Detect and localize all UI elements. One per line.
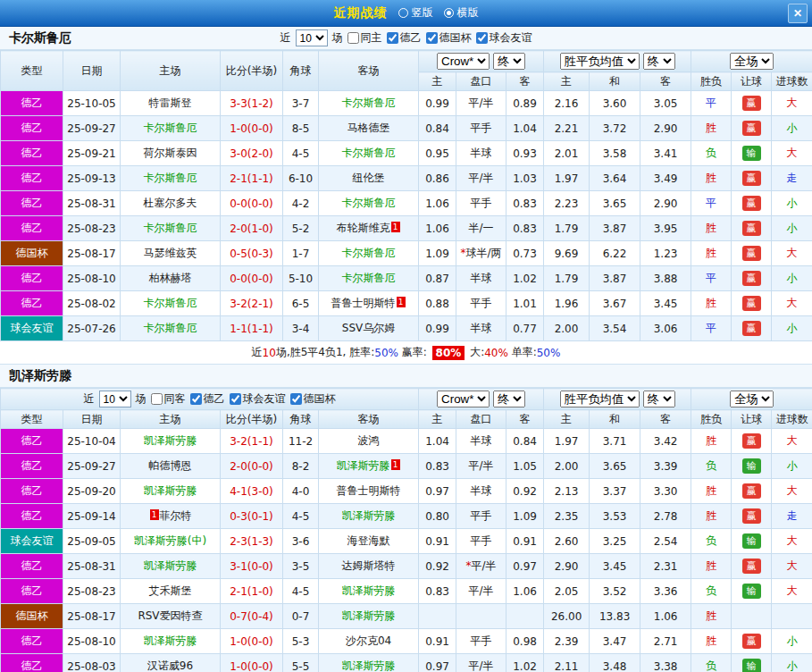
team-name: 特雷斯登: [149, 97, 192, 109]
goals-cell: 大: [772, 529, 812, 554]
date-cell: 25-07-26: [63, 316, 121, 341]
away-odds-cell: 0.73: [506, 241, 544, 266]
draw-odds-cell: 3.37: [590, 479, 640, 504]
bookmaker-select[interactable]: Crow*: [437, 391, 490, 407]
bookmaker-select[interactable]: Crow*: [437, 53, 490, 70]
checkbox-input[interactable]: [190, 393, 202, 405]
result-cell: 胜: [691, 241, 732, 266]
checkbox-label: 德乙: [400, 30, 422, 46]
filter-checkbox[interactable]: 球会友谊: [230, 391, 286, 407]
red-card-badge: 1: [397, 297, 406, 307]
handicap-line-cell: 平手: [456, 504, 506, 529]
avg-select[interactable]: 胜平负均值: [560, 53, 640, 70]
match-row: 球会友谊25-09-05凯泽斯劳滕(中)2-3(1-3)3-6海登海默0.91平…: [1, 529, 812, 554]
team-name: 艾禾斯堡: [149, 584, 192, 597]
checkbox-label: 德乙: [204, 391, 225, 407]
handicap-result-cell: 赢: [732, 504, 772, 529]
home-odds-cell: 0.84: [419, 116, 456, 141]
layout-radio-horizontal[interactable]: 横版: [444, 5, 479, 21]
home-odds-cell: 1.06: [419, 216, 456, 241]
checkbox-input[interactable]: [347, 32, 359, 44]
filter-checkbox[interactable]: 德乙: [387, 30, 422, 46]
handicap-result-badge: 赢: [742, 271, 761, 286]
home-team-cell: RSV爱因特查: [121, 604, 221, 629]
draw-odds-cell: 6.22: [590, 241, 640, 266]
result-cell: 平: [691, 316, 732, 341]
handicap-line-cell: 平手: [456, 291, 506, 316]
checkbox-input[interactable]: [426, 32, 438, 44]
date-cell: 25-08-17: [63, 604, 121, 629]
team-name: 卡尔斯鲁厄: [144, 322, 197, 334]
home-odds-cell: 0.99: [419, 91, 456, 116]
goals-cell: 大: [772, 291, 812, 316]
home-odds-cell: 0.97: [419, 654, 456, 672]
close-button[interactable]: ✕: [788, 4, 808, 23]
handicap-line-cell: 平手: [456, 116, 506, 141]
team-name: 帕德博恩: [149, 459, 192, 472]
filter-checkbox[interactable]: 德乙: [190, 391, 225, 407]
scope-select[interactable]: 全场: [730, 53, 774, 70]
goals-cell: 大: [772, 479, 812, 504]
checkbox-input[interactable]: [230, 393, 241, 405]
team-name: 菲尔特: [160, 509, 192, 522]
away-team-cell: 凯泽斯劳滕: [319, 504, 419, 529]
date-cell: 25-09-14: [63, 504, 121, 529]
team-name: 卡尔斯鲁厄: [144, 297, 197, 309]
lose-odds-cell: 3.88: [640, 266, 691, 291]
checkbox-input[interactable]: [151, 393, 163, 405]
home-team-cell: 凯泽斯劳滕: [121, 429, 221, 454]
scope-select[interactable]: 全场: [730, 391, 774, 407]
avg-select[interactable]: 胜平负均值: [560, 391, 640, 407]
filter-checkbox[interactable]: 德国杯: [426, 30, 472, 46]
odds-time-select[interactable]: 终: [643, 391, 675, 407]
checkbox-input[interactable]: [290, 393, 302, 405]
result-cell: 平: [691, 91, 732, 116]
corner-cell: 4-2: [283, 191, 319, 216]
col-result: 胜负: [691, 72, 732, 91]
lose-odds-cell: 3.41: [640, 141, 691, 166]
match-count-select[interactable]: 10: [99, 391, 131, 407]
score-cell: 1-0(0-0): [221, 629, 283, 654]
layout-radio-vertical[interactable]: 竖版: [398, 5, 433, 21]
away-odds-cell: 1.03: [506, 166, 544, 191]
match-count-select[interactable]: 10: [296, 29, 328, 46]
result-cell: 胜: [691, 479, 732, 504]
match-type-cell: 球会友谊: [1, 316, 63, 341]
home-odds-cell: 0.80: [419, 504, 456, 529]
corner-cell: 5-2: [283, 216, 319, 241]
col-type: 类型: [1, 410, 63, 429]
checkbox-input[interactable]: [476, 32, 488, 44]
corner-cell: 5-10: [283, 266, 319, 291]
handicap-line-cell: 半/一: [456, 216, 506, 241]
odds-time-select[interactable]: 终: [493, 391, 525, 407]
lose-odds-cell: 2.54: [640, 529, 691, 554]
results-rows: 德乙25-10-05特雷斯登3-3(1-2)3-7卡尔斯鲁厄0.99平/半0.8…: [1, 91, 812, 341]
team-name: RSV爱因特查: [138, 609, 202, 622]
draw-odds-cell: 3.48: [590, 654, 640, 672]
away-team-cell: 卡尔斯鲁厄: [319, 191, 419, 216]
date-cell: 25-08-23: [63, 579, 121, 604]
handicap-result-badge: 赢: [742, 296, 761, 311]
home-team-cell: 马瑟维兹英: [121, 241, 221, 266]
win-odds-cell: 2.05: [544, 579, 590, 604]
home-team-cell: 杜塞尔多夫: [121, 191, 221, 216]
draw-odds-cell: 3.67: [590, 291, 640, 316]
win-odds-cell: 2.60: [544, 529, 590, 554]
goals-cell: [772, 604, 812, 629]
corner-cell: 3-6: [283, 529, 319, 554]
corner-cell: 4-5: [283, 579, 319, 604]
result-cell: 胜: [691, 166, 732, 191]
odds-time-select[interactable]: 终: [643, 53, 675, 70]
corner-cell: 0-7: [283, 604, 319, 629]
odds-time-select[interactable]: 终: [493, 53, 525, 70]
filter-checkbox[interactable]: 德国杯: [290, 391, 336, 407]
handicap-result-cell: 输: [732, 141, 772, 166]
filter-checkbox[interactable]: 球会友谊: [476, 30, 532, 46]
col-odds-away: 客: [506, 72, 544, 91]
lose-odds-cell: 3.39: [640, 454, 691, 479]
checkbox-input[interactable]: [387, 32, 398, 44]
filter-checkbox[interactable]: 同客: [151, 391, 186, 407]
handicap-line-cell: *平/半: [456, 554, 506, 579]
filter-checkbox[interactable]: 同主: [347, 30, 382, 46]
lose-odds-cell: 3.36: [640, 579, 691, 604]
